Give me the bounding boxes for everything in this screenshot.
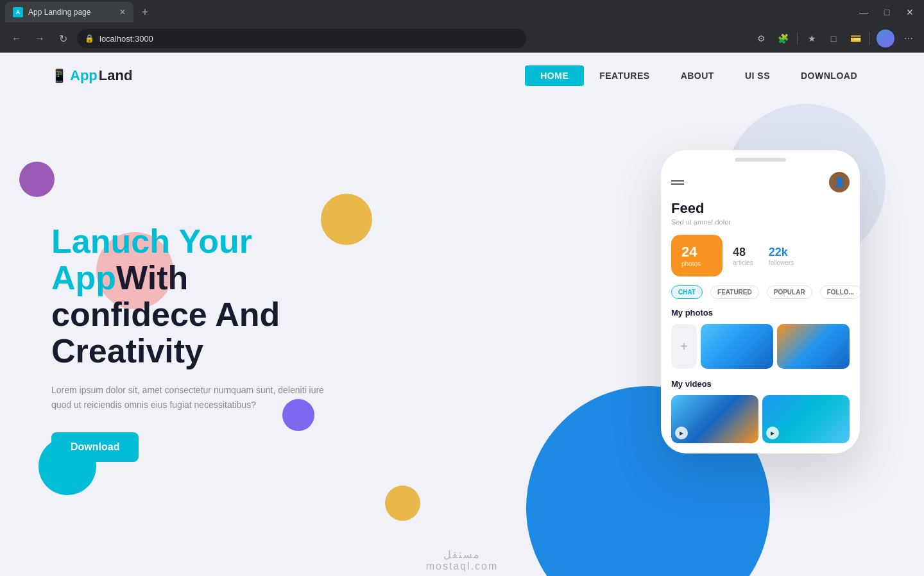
photo-thumb-2 [777,324,850,369]
logo-icon: 📱 [51,68,67,83]
more-options-icon[interactable]: ⋯ [901,31,916,46]
favorites-icon[interactable]: ★ [804,31,819,46]
nav-download[interactable]: DOWNLOAD [785,65,873,86]
nav-home[interactable]: HOME [525,65,584,86]
feed-title: Feed [671,200,850,217]
video-thumb-2: ▶ [762,395,850,443]
my-videos-title: My videos [671,379,850,389]
tab-favicon: A [13,7,23,17]
website: 📱 App Land HOME FEATURES ABOUT UI SS DOW… [0,53,924,576]
profile-avatar[interactable] [877,30,894,47]
window-controls: — □ ✕ [855,3,919,21]
play-icon-2[interactable]: ▶ [766,427,779,439]
phone-header: 👤 [671,172,850,192]
hero-title: Lanuch Your AppWithconfidece AndCreativi… [51,223,385,370]
stat-number-followers: 22k [769,246,794,259]
collections-icon[interactable]: □ [826,31,841,46]
stat-card-photos: 24 photos [671,235,723,276]
feed-subtitle: Sed ut amnet dolor [671,218,850,226]
stat-label-photos: photos [681,260,712,267]
toolbar-right: ⚙ 🧩 ★ □ 💳 ⋯ [753,30,916,47]
logo-land-text: Land [99,67,133,84]
reader-mode-icon[interactable]: ⚙ [753,31,769,46]
security-icon: 🔒 [85,34,94,43]
stat-number-photos: 24 [681,244,712,260]
watermark: مستقل mostaql.com [426,548,499,572]
browser-toolbar: ← → ↻ 🔒 localhost:3000 ⚙ 🧩 ★ □ 💳 ⋯ [0,24,924,53]
phone-screen: 👤 Feed Sed ut amnet dolor 24 photos 48 [661,162,860,453]
stat-plain-followers: 22k followers [764,235,799,276]
navbar: 📱 App Land HOME FEATURES ABOUT UI SS DOW… [0,53,924,99]
browser-titlebar: A App Landing page ✕ + — □ ✕ [0,0,924,24]
nav-about[interactable]: ABOUT [665,65,730,86]
close-button[interactable]: ✕ [901,3,919,21]
stat-plain-articles: 48 articles [728,235,758,276]
phone-avatar: 👤 [829,172,850,192]
phone-mockup-wrapper: 👤 Feed Sed ut amnet dolor 24 photos 48 [661,150,860,453]
stat-label-articles: articles [733,259,753,266]
browser-wallet-icon[interactable]: 💳 [848,31,863,46]
video-thumb-1: ▶ [671,395,758,443]
tab-title: App Landing page [28,8,114,17]
tab-featured[interactable]: FEATURED [710,285,759,299]
download-button[interactable]: Download [51,432,139,462]
extensions-icon[interactable]: 🧩 [775,31,791,46]
browser-tab[interactable]: A App Landing page ✕ [5,2,133,22]
hero-content: Lanuch Your AppWithconfidece AndCreativi… [51,223,385,462]
watermark-logo: مستقل [426,548,499,561]
tab-popular[interactable]: POPULAR [767,285,812,299]
new-tab-button[interactable]: + [136,3,154,21]
logo-app-text: App [70,67,98,84]
minimize-button[interactable]: — [855,3,873,21]
my-photos-title: My photos [671,308,850,318]
videos-grid: ▶ ▶ [671,395,850,443]
tab-close-icon[interactable]: ✕ [119,8,126,17]
refresh-button[interactable]: ↻ [54,30,72,47]
tabs-row: CHAT FEATURED POPULAR FOLLO... [671,285,850,299]
nav-links: HOME FEATURES ABOUT UI SS DOWNLOAD [525,65,873,86]
address-bar[interactable]: 🔒 localhost:3000 [77,29,526,48]
phone-mockup: 👤 Feed Sed ut amnet dolor 24 photos 48 [661,150,860,453]
hero-section: Lanuch Your AppWithconfidece AndCreativi… [0,99,924,561]
photo-add-btn[interactable]: + [671,324,697,369]
toolbar-divider [797,32,798,45]
stat-number-articles: 48 [733,246,753,259]
stats-row: 24 photos 48 articles 22k followers [671,235,850,276]
back-button[interactable]: ← [8,30,26,47]
logo[interactable]: 📱 App Land [51,67,132,84]
browser-chrome: A App Landing page ✕ + — □ ✕ ← → ↻ 🔒 loc… [0,0,924,53]
watermark-url: mostaql.com [426,561,499,572]
hero-description: Lorem ipsum dolor sit, amet consectetur … [51,383,334,414]
toolbar-divider2 [869,32,870,45]
photo-thumb-1 [701,324,773,369]
photos-grid: + [671,324,850,369]
stat-label-followers: followers [769,259,794,266]
play-icon-1[interactable]: ▶ [675,427,688,439]
address-text: localhost:3000 [99,34,153,44]
hamburger-icon [671,180,684,185]
tab-chat[interactable]: CHAT [671,285,703,299]
tab-followers[interactable]: FOLLO... [820,285,860,299]
nav-features[interactable]: FEATURES [584,65,665,86]
forward-button[interactable]: → [31,30,49,47]
maximize-button[interactable]: □ [878,3,896,21]
nav-uiss[interactable]: UI SS [730,65,785,86]
